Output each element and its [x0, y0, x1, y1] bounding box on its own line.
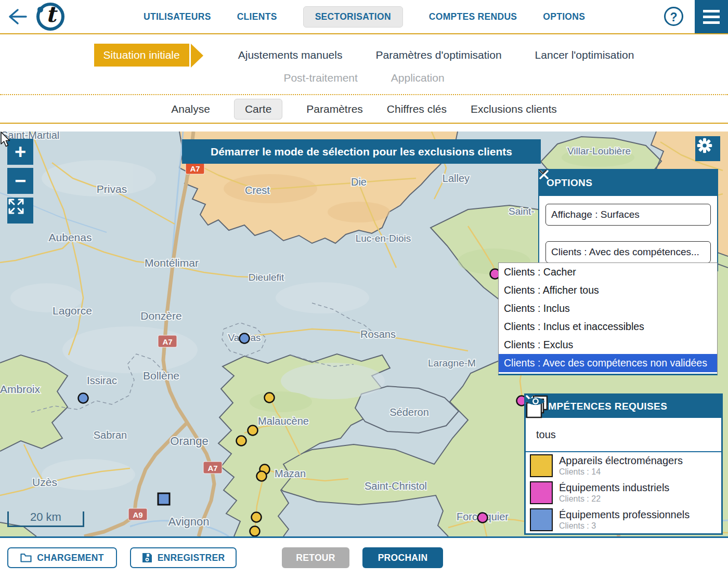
wizard-step[interactable]: Situation initiale [94, 44, 189, 67]
dropdown-option[interactable]: Clients : Afficher tous [499, 281, 717, 299]
fullscreen-button[interactable] [7, 198, 33, 224]
button-label: RETOUR [296, 553, 335, 563]
client-marker[interactable] [240, 334, 250, 344]
place-label: Rosans [360, 329, 396, 340]
selection-mode-banner[interactable]: Démarrer le mode de sélection pour les e… [182, 139, 541, 164]
client-marker[interactable] [252, 513, 262, 522]
competence-label: Équipements professionnels [559, 509, 694, 520]
retour-button[interactable]: RETOUR [282, 547, 349, 568]
legend-row: tous [526, 418, 721, 452]
nav-item-utilisateurs[interactable]: UTILISATEURS [144, 11, 211, 22]
svg-text:A7: A7 [207, 464, 217, 472]
tab-analyse[interactable]: Analyse [171, 103, 210, 115]
place-label: Bollène [143, 370, 179, 382]
clients-select-value: Clients : Avec des compétences... [551, 246, 699, 258]
place-label: Uzès [32, 476, 57, 488]
client-marker[interactable] [237, 436, 246, 446]
place-label: Ambroix [0, 383, 41, 395]
competence-count: Clients : 3 [559, 521, 694, 531]
client-marker[interactable] [158, 493, 170, 505]
button-label: PROCHAIN [378, 553, 428, 563]
dropdown-option[interactable]: Clients : Exclus [499, 336, 717, 354]
tab-exclusions-clients[interactable]: Exclusions clients [471, 103, 557, 115]
zoom-out-button[interactable]: − [7, 168, 33, 194]
map-canvas[interactable]: A7A7A7A9 Saint-MartialPrivasCrestDieLall… [0, 132, 728, 538]
wizard-step[interactable]: Post-traitement [283, 72, 357, 84]
dropdown-option[interactable]: Clients : Inclus et inaccessibles [499, 318, 717, 336]
place-label: Séderon [389, 406, 429, 418]
nav-item-sectorisation[interactable]: SECTORISATION [303, 6, 403, 28]
road-shield: A7 [158, 335, 177, 347]
legend-row: Équipements professionnelsClients : 3 [526, 506, 721, 533]
menu-icon[interactable] [695, 0, 728, 33]
place-label: Saint-Christol [365, 480, 427, 492]
button-label: ENREGISTRER [158, 553, 225, 563]
options-panel-body: Affichage : Surfaces Clients : Avec des … [539, 196, 717, 270]
legend-row: Équipements industrielsClients : 22 [526, 479, 721, 506]
dropdown-option[interactable]: Clients : Inclus [499, 299, 717, 318]
eye-icon [526, 395, 545, 408]
client-marker[interactable] [248, 426, 258, 436]
competence-text: Équipements professionnelsClients : 3 [559, 509, 694, 531]
competences-panel-title: COMPÉTENCES REQUISES [533, 401, 667, 412]
affichage-select[interactable]: Affichage : Surfaces [545, 204, 711, 226]
gear-icon [695, 136, 714, 155]
enregistrer-button[interactable]: ENREGISTRER [130, 547, 237, 568]
clients-select[interactable]: Clients : Avec des compétences... [545, 241, 711, 263]
chargement-button[interactable]: CHARGEMENT [7, 547, 117, 568]
competence-text: Équipements industrielsClients : 22 [559, 482, 694, 504]
place-label: Mazan [275, 468, 306, 479]
prochain-button[interactable]: PROCHAIN [362, 547, 443, 568]
place-label: Donzère [140, 310, 181, 322]
competences-rows: tousAppareils électroménagersClients : 1… [526, 418, 721, 533]
client-marker[interactable] [79, 393, 88, 403]
place-label: Saint- [509, 206, 535, 217]
wizard-step[interactable]: Application [391, 72, 445, 84]
client-marker[interactable] [250, 527, 260, 536]
place-label: Luc-en-Diois [356, 233, 411, 244]
affichage-select-value: Affichage : Surfaces [551, 209, 640, 220]
help-button[interactable]: ? [664, 7, 683, 26]
app-logo: t [36, 3, 64, 31]
place-label: Die [351, 176, 367, 188]
map-scale-label: 20 km [30, 510, 61, 524]
back-arrow-icon[interactable] [6, 7, 27, 26]
client-marker[interactable] [265, 393, 275, 403]
legend-row: Appareils électroménagersClients : 14 [526, 452, 721, 479]
place-label: Montélimar [145, 257, 199, 269]
place-label: Issirac [87, 375, 117, 386]
wizard-steps: Situation initialeAjustements manuelsPar… [0, 34, 728, 94]
place-label: Laragne-M [428, 358, 476, 369]
tab-chiffres-clés[interactable]: Chiffres clés [387, 103, 447, 115]
map-settings-button[interactable] [695, 136, 720, 161]
wizard-step[interactable]: Ajustements manuels [238, 49, 343, 61]
dropdown-option[interactable]: Clients : Cacher [499, 263, 717, 281]
road-shield: A7 [203, 462, 222, 474]
wizard-row-1: Situation initialeAjustements manuelsPar… [0, 44, 728, 67]
options-panel: OPTIONS Affichage : Surfaces Clients : A… [538, 169, 718, 271]
wizard-step[interactable]: Paramètres d'optimisation [375, 49, 501, 61]
competence-label: Équipements industriels [559, 482, 694, 493]
button-label: CHARGEMENT [37, 553, 103, 563]
place-label: Sabran [94, 429, 127, 441]
competence-label: tous [536, 429, 694, 440]
place-label: Lalley [443, 173, 470, 184]
client-marker[interactable] [478, 513, 488, 523]
main-nav: UTILISATEURSCLIENTSSECTORISATIONCOMPTES … [144, 0, 585, 33]
svg-text:A7: A7 [162, 337, 172, 346]
nav-item-comptes-rendus[interactable]: COMPTES RENDUS [429, 11, 517, 22]
dropdown-option[interactable]: Clients : Avec des compétences non valid… [499, 354, 717, 372]
tab-paramètres[interactable]: Paramètres [306, 103, 363, 115]
tab-carte[interactable]: Carte [234, 99, 282, 120]
place-label: Lagorce [53, 305, 92, 317]
competence-color-swatch [530, 508, 553, 531]
nav-item-clients[interactable]: CLIENTS [237, 11, 277, 22]
sub-tabs: AnalyseCarteParamètresChiffres clésExclu… [0, 95, 728, 123]
divider [0, 123, 728, 124]
client-marker[interactable] [257, 471, 267, 481]
competence-count: Clients : 22 [559, 494, 694, 504]
zoom-in-button[interactable]: + [7, 139, 33, 165]
competences-panel: COMPÉTENCES REQUISES tousAppareils élect… [524, 393, 723, 535]
nav-item-options[interactable]: OPTIONS [543, 11, 585, 22]
wizard-step[interactable]: Lancer l'optimisation [535, 49, 634, 61]
